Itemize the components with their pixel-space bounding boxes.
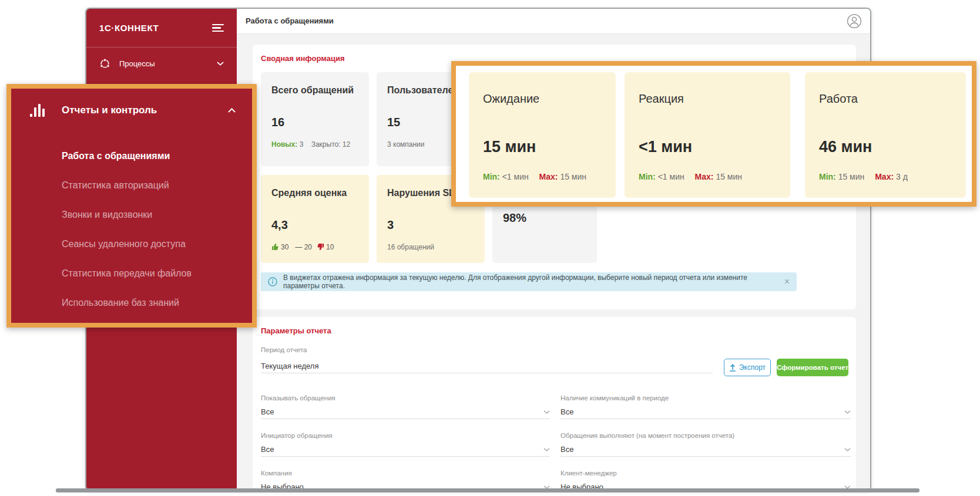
- card-title: Работа: [819, 92, 858, 106]
- max-label: Max:: [875, 172, 894, 181]
- field-show-requests: Показывать обращения Все: [261, 394, 550, 419]
- max-label: Max:: [695, 172, 714, 181]
- card-title: Реакция: [639, 92, 684, 106]
- min-value: <1 мин: [502, 172, 529, 181]
- thumb-down-icon: [317, 243, 324, 251]
- card-total-requests: Всего обращений 16 Новых: 3 Закрыто: 12: [261, 72, 369, 166]
- min-value: <1 мин: [658, 172, 684, 181]
- card-title: Всего обращений: [271, 85, 354, 96]
- export-button[interactable]: Экспорт: [724, 359, 771, 376]
- topbar: Работа с обращениями: [237, 9, 870, 34]
- user-account-button[interactable]: [847, 14, 862, 29]
- info-banner-text: В виджетах отражена информация за текущу…: [283, 274, 780, 290]
- processes-icon: [99, 58, 110, 69]
- card-footer: 30— 20 10: [271, 243, 338, 251]
- card-value: 15: [387, 116, 400, 129]
- card-value: 3: [387, 218, 394, 232]
- card-average-rating: Средняя оценка 4,3 30— 20 10: [261, 175, 369, 263]
- card-work-time: Работа 46 мин Min: 15 мин Max: 3 д: [805, 72, 966, 198]
- field-value: Все: [561, 407, 573, 416]
- min-label: Min:: [819, 172, 836, 181]
- neutral-count: — 20: [295, 243, 312, 251]
- info-icon: [268, 277, 277, 286]
- info-banner: В виджетах отражена информация за текущу…: [261, 272, 797, 291]
- new-label: Новых:: [271, 140, 297, 149]
- min-label: Min:: [483, 172, 500, 181]
- menu-item-auth-statistics[interactable]: Статистика авторизаций: [62, 180, 169, 191]
- card-value: 16: [271, 116, 284, 129]
- field-label: Компания: [261, 470, 550, 477]
- initiator-select[interactable]: Все: [261, 443, 550, 457]
- card-title: Средняя оценка: [271, 188, 347, 198]
- field-value: Все: [561, 445, 573, 454]
- min-label: Min:: [639, 172, 656, 181]
- field-value: Все: [261, 407, 274, 416]
- card-footer: Min: <1 мин Max: 15 мин: [639, 172, 742, 181]
- menu-item-calls[interactable]: Звонки и видозвонки: [62, 210, 152, 220]
- card-value: 46 мин: [819, 138, 872, 156]
- card-value: 98%: [503, 211, 526, 225]
- closed-text: Закрыто: 12: [311, 140, 351, 149]
- card-waiting-time: Ожидание 15 мин Min: <1 мин Max: 15 мин: [469, 72, 616, 198]
- upload-icon: [729, 364, 736, 372]
- window-bottom-edge: [56, 488, 919, 492]
- card-value: 15 мин: [483, 138, 536, 156]
- thumb-up-icon: [271, 243, 279, 251]
- period-select[interactable]: Текущая неделя: [261, 359, 713, 373]
- field-label: Обращения выполняют (на момент построени…: [561, 432, 851, 439]
- show-requests-select[interactable]: Все: [261, 405, 550, 419]
- menu-item-work-with-requests[interactable]: Работа с обращениями: [62, 151, 170, 161]
- executors-select[interactable]: Все: [561, 443, 851, 457]
- page-title: Работа с обращениями: [246, 16, 334, 25]
- card-footer: Новых: 3 Закрыто: 12: [271, 140, 350, 149]
- export-label: Экспорт: [739, 363, 766, 372]
- menu-item-knowledge-bases[interactable]: Использование баз знаний: [62, 298, 179, 308]
- dislikes-count: 10: [326, 243, 334, 251]
- sidebar-logo-row: 1С·КОННЕКТ: [86, 9, 237, 48]
- new-value: 3: [300, 140, 304, 149]
- reports-menu-title: Отчеты и контроль: [62, 104, 157, 116]
- menu-toggle-icon[interactable]: [212, 22, 224, 34]
- chevron-up-icon: [228, 108, 236, 113]
- communications-select[interactable]: Все: [561, 405, 851, 419]
- sidebar-item-label: Процессы: [119, 59, 217, 68]
- field-label: Показывать обращения: [261, 394, 550, 401]
- max-value: 15 мин: [716, 172, 742, 181]
- likes-count: 30: [281, 243, 288, 251]
- min-value: 15 мин: [838, 172, 865, 181]
- sidebar-item-processes[interactable]: Процессы: [86, 48, 237, 79]
- field-value: Все: [261, 445, 274, 454]
- highlight-reports-menu: Отчеты и контроль Работа с обращениями С…: [6, 84, 257, 328]
- chevron-down-icon: [217, 62, 224, 66]
- field-executors: Обращения выполняют (на момент построени…: [561, 432, 851, 457]
- menu-item-file-transfer[interactable]: Статистика передачи файлов: [62, 268, 192, 279]
- menu-item-remote-sessions[interactable]: Сеансы удаленного доступа: [62, 239, 186, 249]
- card-title: Ожидание: [483, 92, 539, 106]
- field-initiator: Инициатор обращения Все: [261, 432, 550, 457]
- screen: 1С·КОННЕКТ Процессы Работа с: [0, 0, 980, 496]
- card-footer: 16 обращений: [387, 243, 434, 251]
- banner-close-icon[interactable]: ×: [784, 276, 790, 287]
- chevron-down-icon: [844, 448, 851, 451]
- max-value: 3 д: [896, 172, 908, 181]
- reports-menu-header[interactable]: Отчеты и контроль: [11, 102, 252, 120]
- chevron-down-icon: [543, 410, 550, 414]
- card-footer: Min: 15 мин Max: 3 д: [819, 172, 908, 181]
- card-title: Нарушения SLA: [387, 188, 461, 198]
- card-value: <1 мин: [639, 138, 692, 156]
- chevron-down-icon: [543, 448, 550, 451]
- field-label: Клиент-менеджер: [561, 470, 851, 477]
- period-label: Период отчета: [261, 346, 307, 353]
- app-logo: 1С·КОННЕКТ: [99, 23, 159, 33]
- period-value: Текущая неделя: [261, 362, 318, 370]
- card-footer: Min: <1 мин Max: 15 мин: [483, 172, 586, 181]
- card-reaction-time: Реакция <1 мин Min: <1 мин Max: 15 мин: [625, 72, 790, 198]
- highlight-time-cards: Ожидание 15 мин Min: <1 мин Max: 15 мин …: [451, 61, 976, 207]
- generate-report-button[interactable]: Сформировать отчет: [777, 359, 848, 376]
- summary-section-title: Сводная информация: [261, 54, 345, 63]
- card-title: Пользователей: [387, 85, 459, 96]
- field-communications: Наличие коммуникаций в периоде Все: [561, 394, 851, 419]
- max-value: 15 мин: [560, 172, 586, 181]
- chevron-down-icon: [844, 410, 851, 414]
- card-value: 4,3: [271, 218, 288, 232]
